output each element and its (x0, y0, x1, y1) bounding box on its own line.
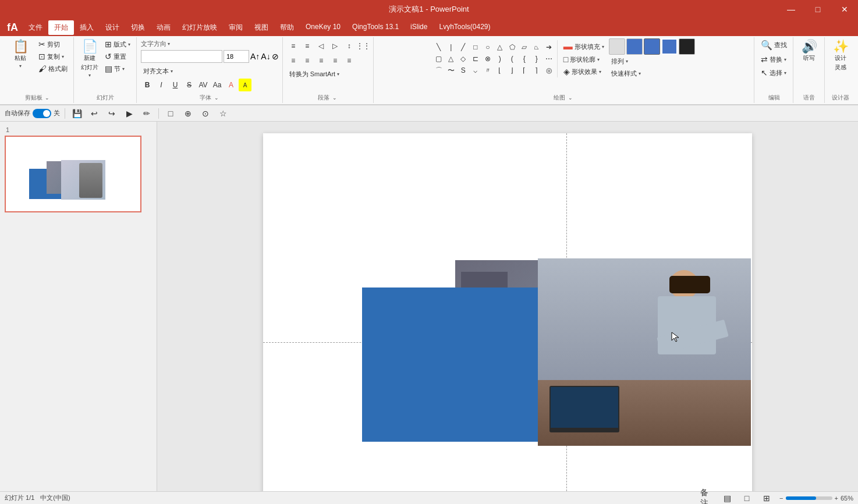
bold-button[interactable]: B (141, 79, 154, 91)
menu-item-5[interactable]: 动画 (151, 20, 176, 35)
menu-item-3[interactable]: 设计 (100, 20, 125, 35)
char-spacing-button[interactable]: AV (197, 79, 210, 91)
shape-isosceles[interactable]: △ (445, 53, 457, 65)
canvas-area[interactable] (157, 122, 858, 504)
view-reading[interactable]: □ (740, 491, 754, 505)
pen-button-bar[interactable]: ✏ (140, 107, 154, 120)
increase-font-button[interactable]: A↑ (250, 52, 260, 61)
shape-effect-button[interactable]: ◈ 形状效果 ▾ (561, 66, 607, 77)
shape-circle[interactable]: ○ (482, 41, 494, 53)
arrange-button[interactable]: 排列 ▾ (609, 56, 695, 67)
shape-curly-right[interactable]: } (531, 53, 543, 65)
menu-item-4[interactable]: 切换 (125, 20, 151, 35)
shape-s-curve[interactable]: S (458, 65, 469, 76)
font-size-input[interactable] (224, 50, 249, 63)
designer-button[interactable]: ✨ 设计 灵感 (829, 38, 852, 73)
extra-btn-3[interactable]: ⊙ (198, 107, 212, 120)
align-center-button[interactable]: ≡ (301, 54, 314, 67)
shape-corner[interactable]: ⌊ (494, 65, 506, 76)
shape-outline-button[interactable]: □ 形状轮廓 ▾ (561, 54, 607, 65)
format-painter-button[interactable]: 🖌 格式刷 (36, 63, 70, 74)
menu-item-12[interactable]: iSlide (405, 20, 433, 35)
menu-item-9[interactable]: 帮助 (274, 20, 300, 35)
notes-button[interactable]: 备注 (700, 491, 714, 505)
extra-btn-2[interactable]: ⊕ (181, 107, 195, 120)
photo-front[interactable] (538, 258, 751, 446)
shape-diamond[interactable]: ◇ (458, 53, 469, 65)
menu-item-7[interactable]: 审阅 (223, 20, 249, 35)
shape-callout[interactable]: ⊏ (470, 53, 481, 65)
decrease-indent-button[interactable]: ◁ (315, 40, 328, 52)
shape-triangle[interactable]: △ (494, 41, 506, 53)
strikethrough-button[interactable]: S (183, 79, 196, 91)
bullet-list-button[interactable]: ≡ (287, 40, 300, 52)
paste-button[interactable]: 📋 粘贴 ▾ (6, 38, 35, 70)
shape-right-brace[interactable]: ) (494, 53, 506, 65)
menu-item-6[interactable]: 幻灯片放映 (176, 20, 223, 35)
shape-trapezoid[interactable]: ⏢ (531, 41, 543, 53)
clear-format-button[interactable]: ⊘ (272, 52, 279, 61)
zoom-plus[interactable]: + (835, 495, 838, 502)
underline-button[interactable]: U (169, 79, 182, 91)
menu-item-13[interactable]: LvyhTools(0429) (433, 20, 496, 35)
select-button[interactable]: ↖ 选择 ▾ (758, 67, 789, 79)
quick-style-3[interactable] (644, 38, 660, 55)
find-button[interactable]: 🔍 查找 (758, 38, 789, 52)
shape-curly-left[interactable]: { (519, 53, 530, 65)
distributed-button[interactable]: ≡ (343, 54, 356, 67)
shape-corner-tr[interactable]: ⌉ (531, 65, 543, 76)
redo-button-bar[interactable]: ↪ (105, 107, 119, 120)
align-text-button[interactable]: 对齐文本 ▾ (141, 66, 175, 77)
quick-style-2[interactable] (626, 38, 643, 55)
extra-btn-4[interactable]: ☆ (216, 107, 230, 120)
section-button[interactable]: ▤ 节 ▾ (102, 63, 133, 74)
align-right-button[interactable]: ≡ (315, 54, 328, 67)
menu-item-0[interactable]: 文件 (23, 20, 48, 35)
align-left-button[interactable]: ≡ (287, 54, 300, 67)
replace-button[interactable]: ⇄ 替换 ▾ (758, 54, 789, 65)
font-name-input[interactable] (141, 50, 222, 63)
shape-connector[interactable]: | (445, 41, 457, 53)
quick-style-1[interactable] (609, 38, 625, 55)
menu-item-2[interactable]: 插入 (74, 20, 100, 35)
menu-item-11[interactable]: QingTools 13.1 (346, 20, 405, 35)
shape-no-symbol[interactable]: ⊗ (482, 53, 494, 65)
close-button[interactable]: ✕ (831, 0, 858, 19)
shape-freeform[interactable]: ⌵ (470, 65, 481, 76)
convert-smartart-button[interactable]: 转换为 SmartArt ▾ (287, 69, 342, 80)
shape-parallelogram[interactable]: ▱ (519, 41, 530, 53)
quick-styles-button[interactable]: 快速样式 ▾ (609, 68, 695, 79)
new-slide-button[interactable]: 📄 新建 幻灯片 ▾ (78, 38, 101, 80)
shape-more[interactable]: ⋯ (543, 53, 555, 65)
shape-rectangle[interactable]: □ (470, 41, 481, 53)
quick-style-4[interactable] (661, 38, 678, 55)
shape-arrow-line[interactable]: ╱ (458, 41, 469, 53)
columns-button[interactable]: ⋮⋮ (357, 40, 370, 52)
shape-scribble[interactable]: 〃 (482, 65, 494, 76)
change-case-button[interactable]: Aa (211, 79, 224, 91)
quick-style-5[interactable] (679, 38, 695, 55)
menu-item-8[interactable]: 视图 (249, 20, 274, 35)
autosave-toggle[interactable] (33, 109, 51, 118)
app-logo[interactable]: fA (2, 22, 23, 34)
present-button-bar[interactable]: ▶ (122, 107, 136, 120)
view-normal[interactable]: ▤ (720, 491, 734, 505)
zoom-level[interactable]: 65% (841, 495, 853, 502)
shape-oval[interactable]: ◎ (543, 65, 555, 76)
shape-corner-r[interactable]: ⌋ (506, 65, 518, 76)
undo-button-bar[interactable]: ↩ (87, 107, 101, 120)
line-spacing-button[interactable]: ↕ (343, 40, 356, 52)
shape-left-brace[interactable]: ( (506, 53, 518, 65)
increase-indent-button[interactable]: ▷ (329, 40, 342, 52)
view-slideshow[interactable]: ⊞ (760, 491, 774, 505)
zoom-slider[interactable] (786, 496, 832, 500)
italic-button[interactable]: I (155, 79, 168, 91)
shape-fill-button[interactable]: ▬ 形状填充 ▾ (561, 40, 607, 53)
zoom-minus[interactable]: − (779, 495, 783, 502)
cut-button[interactable]: ✂ 剪切 (36, 38, 70, 50)
font-color-button[interactable]: A (225, 79, 237, 91)
layout-button[interactable]: ⊞ 版式 ▾ (102, 38, 133, 50)
decrease-font-button[interactable]: A↓ (261, 52, 270, 61)
reset-button[interactable]: ↺ 重置 (102, 51, 133, 62)
listen-button[interactable]: 🔊 听写 (797, 38, 821, 64)
